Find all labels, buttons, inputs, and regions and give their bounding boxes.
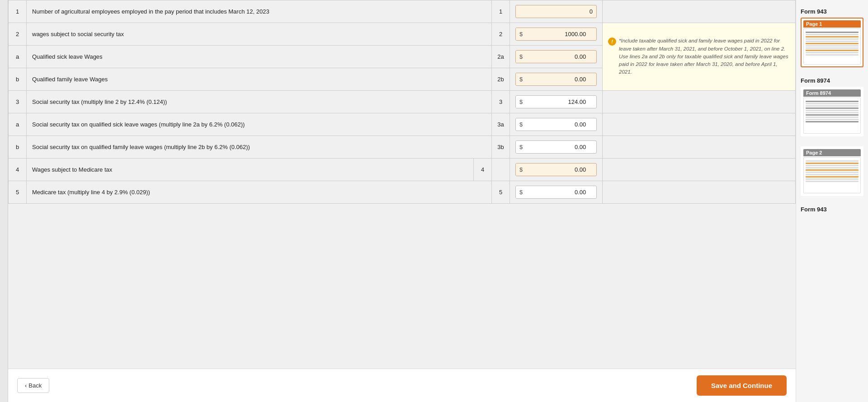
empty-cell (603, 113, 796, 136)
thumb-line (806, 165, 859, 166)
sidebar-page-thumb-8974[interactable]: Form 8974 (801, 87, 863, 136)
line-ref-inner: 4 (474, 159, 492, 181)
input-cell-2: $ (510, 23, 603, 46)
input-cell-4: $ (510, 159, 603, 181)
save-continue-button[interactable]: Save and Continue (697, 375, 787, 396)
input-field-3 (526, 96, 590, 108)
thumb-line (806, 34, 859, 35)
thumb-line (806, 38, 859, 40)
dollar-input-wrapper: $ (515, 73, 597, 86)
readonly-input-wrapper: $ (515, 140, 597, 154)
thumb-line (806, 119, 859, 120)
dollar-sign: $ (516, 164, 526, 176)
sidebar-title-form943: Form 943 (801, 8, 863, 15)
line-ref: 2 (492, 23, 510, 46)
table-row: a Social security tax on qualified sick … (9, 113, 796, 136)
thumb-body-1 (803, 28, 861, 65)
thumb-line (806, 103, 859, 104)
thumb-line (806, 36, 859, 37)
input-field-3a (526, 118, 590, 131)
tooltip-icon: ! (608, 37, 616, 46)
sidebar-section-form943-bottom: Form 943 (796, 202, 868, 219)
thumb-line (806, 32, 859, 33)
thumb-line (806, 121, 859, 122)
sidebar-section-form8974: Form 8974 Form 8974 (796, 74, 868, 143)
back-chevron-icon: ‹ (25, 382, 27, 389)
thumb-line (806, 52, 859, 53)
row-number: 4 (9, 159, 27, 181)
thumb-line (806, 178, 859, 180)
back-label: Back (28, 382, 42, 389)
row-label: wages subject to social security tax (27, 23, 492, 46)
dollar-sign: $ (516, 141, 526, 153)
thumb-line (806, 169, 859, 171)
thumb-line (806, 45, 859, 47)
line-ref: 5 (492, 181, 510, 204)
empty-cell (603, 91, 796, 113)
input-field-5 (526, 186, 590, 198)
row-number: 5 (9, 181, 27, 204)
thumb-line (806, 108, 859, 109)
sidebar-title-form8974: Form 8974 (801, 77, 863, 84)
row-number: a (9, 46, 27, 68)
dollar-input-wrapper: $ (515, 163, 597, 176)
empty-cell (603, 181, 796, 204)
thumb-line (806, 117, 859, 118)
thumb-line (806, 41, 859, 42)
input-cell-3b: $ (510, 136, 603, 159)
row-label: Qualified family leave Wages (27, 68, 492, 91)
input-field-2[interactable] (526, 28, 590, 40)
input-cell-2a: $ (510, 46, 603, 68)
thumb-line (806, 54, 859, 56)
empty-cell (603, 136, 796, 159)
dollar-sign: $ (516, 96, 526, 108)
sidebar-section-form943: Form 943 Page 1 (796, 5, 868, 74)
row-label: Wages subject to Medicare tax (27, 159, 474, 181)
input-field-2b[interactable] (526, 73, 590, 85)
thumb-page-label-8974: Form 8974 (803, 89, 861, 97)
tooltip-cell: ! *Include taxable qualified sick and fa… (603, 23, 796, 91)
thumb-body-8974 (803, 98, 861, 134)
input-field-1[interactable] (515, 5, 597, 18)
thumb-line (806, 114, 859, 116)
line-ref: 2a (492, 46, 510, 68)
readonly-input-wrapper: $ (515, 95, 597, 108)
row-number: b (9, 68, 27, 91)
thumb-line (806, 105, 859, 107)
input-field-2a[interactable] (526, 51, 590, 63)
input-field-4[interactable] (526, 164, 590, 176)
line-ref: 1 (492, 0, 510, 23)
sidebar-page-thumb-2[interactable]: Page 2 (801, 146, 863, 196)
dollar-sign: $ (516, 51, 526, 63)
thumb-line (806, 50, 859, 51)
input-field-3b (526, 141, 590, 153)
line-ref: 2b (492, 68, 510, 91)
dollar-sign: $ (516, 28, 526, 40)
row-number: a (9, 113, 27, 136)
thumb-page-label-1: Page 1 (803, 20, 861, 28)
thumb-line (806, 160, 859, 162)
left-border (0, 0, 8, 402)
sidebar: Form 943 Page 1 Form 8 (796, 0, 868, 402)
row-number: 3 (9, 91, 27, 113)
row-label: Number of agricultural employees employe… (27, 0, 492, 23)
thumb-line (806, 174, 859, 175)
row-label: Social security tax on qualified sick le… (27, 113, 492, 136)
readonly-input-wrapper: $ (515, 186, 597, 199)
dollar-input-wrapper: $ (515, 50, 597, 63)
dollar-sign: $ (516, 186, 526, 198)
sidebar-page-thumb-1[interactable]: Page 1 (801, 18, 863, 67)
input-cell-2b: $ (510, 68, 603, 91)
thumb-page-label-2: Page 2 (803, 149, 861, 156)
dollar-sign: $ (516, 73, 526, 85)
back-button[interactable]: ‹ Back (17, 378, 49, 393)
line-ref: 3a (492, 113, 510, 136)
tooltip-text: *Include taxable qualified sick and fami… (619, 37, 790, 76)
line-ref: 3 (492, 91, 510, 113)
thumb-line (806, 172, 859, 173)
empty-cell (603, 159, 796, 181)
row-label: Qualified sick leave Wages (27, 46, 492, 68)
thumb-line (806, 181, 859, 182)
table-row: 1 Number of agricultural employees emplo… (9, 0, 796, 23)
readonly-input-wrapper: $ (515, 118, 597, 131)
